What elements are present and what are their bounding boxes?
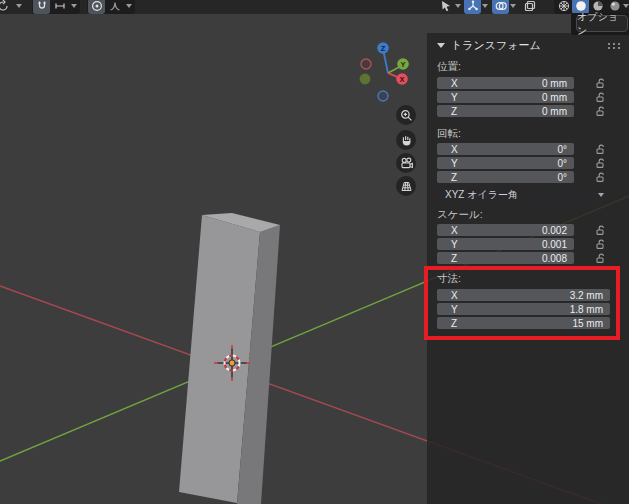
gizmo-x-label: X	[399, 75, 404, 84]
cuboid-object[interactable]	[179, 213, 280, 504]
show-overlays-icon[interactable]	[492, 0, 509, 14]
gizmo-y-label: Y	[400, 60, 405, 69]
proportional-editing-icon[interactable]	[88, 0, 105, 14]
location-y-lock-icon[interactable]	[592, 91, 608, 103]
shading-wireframe-icon[interactable]	[555, 0, 572, 14]
scale-y-row: Y 0.001	[437, 238, 629, 250]
location-rows: X 0 mm Y 0 mm Z 0 mm	[437, 77, 629, 117]
gizmos-chevron-icon[interactable]	[482, 4, 488, 8]
gizmo-neg-z-ball[interactable]	[378, 91, 388, 101]
dimensions-x-field[interactable]: X 3.2 mm	[437, 289, 610, 301]
show-gizmos-icon[interactable]	[464, 0, 481, 14]
dimensions-x-row: X 3.2 mm	[437, 289, 629, 301]
location-z-field[interactable]: Z 0 mm	[437, 105, 574, 117]
dimensions-z-field[interactable]: Z 15 mm	[437, 317, 610, 329]
gizmo-y-ball[interactable]: Y	[397, 58, 409, 70]
origin-dot-icon	[230, 361, 235, 366]
perspective-toggle-button[interactable]	[396, 176, 416, 196]
rotation-label: 回転:	[437, 127, 629, 140]
object-types-chevron-icon[interactable]	[455, 4, 461, 8]
dropdown-chevron-icon	[598, 193, 604, 197]
falloff-chevron-icon[interactable]	[126, 4, 132, 8]
pivot-chevron-icon[interactable]	[16, 4, 22, 8]
location-x-lock-icon[interactable]	[592, 77, 608, 89]
dimensions-z-row: Z 15 mm	[437, 317, 629, 329]
dimensions-label: 寸法:	[437, 272, 629, 285]
collapse-chevron-icon[interactable]	[437, 43, 445, 48]
scale-x-lock-icon[interactable]	[592, 224, 608, 236]
scale-label: スケール:	[437, 208, 629, 221]
gizmo-neg-x-ball[interactable]	[361, 59, 371, 69]
location-y-field[interactable]: Y 0 mm	[437, 91, 574, 103]
panel-header[interactable]: トランスフォーム	[437, 38, 629, 52]
grid-sphere-icon	[400, 180, 413, 193]
camera-icon	[400, 157, 413, 170]
scale-rows: X 0.002 Y 0.001 Z 0.008	[437, 224, 629, 264]
gizmo-neg-y-ball[interactable]	[360, 74, 371, 85]
toggle-xray-icon[interactable]	[521, 0, 538, 14]
hand-icon	[400, 134, 413, 147]
object-types-icon[interactable]	[437, 0, 454, 14]
dimensions-y-field[interactable]: Y 1.8 mm	[437, 303, 610, 315]
snap-increment-icon[interactable]	[51, 0, 68, 14]
panel-title: トランスフォーム	[451, 38, 541, 53]
rotation-z-field[interactable]: Z 0°	[437, 171, 574, 183]
scale-x-field[interactable]: X 0.002	[437, 224, 574, 236]
location-label: 位置:	[437, 60, 629, 73]
overlays-chevron-icon[interactable]	[510, 4, 516, 8]
rotation-y-lock-icon[interactable]	[592, 157, 608, 169]
scale-z-lock-icon[interactable]	[592, 252, 608, 264]
proportional-falloff-icon[interactable]	[106, 0, 123, 14]
gizmo-x-ball[interactable]: X	[396, 73, 408, 85]
location-y-row: Y 0 mm	[437, 91, 629, 103]
rotation-y-field[interactable]: Y 0°	[437, 157, 574, 169]
location-z-row: Z 0 mm	[437, 105, 629, 117]
scale-y-field[interactable]: Y 0.001	[437, 238, 574, 250]
blender-window: オプション Z Y X	[0, 0, 629, 504]
rotation-x-row: X 0°	[437, 143, 629, 155]
drag-grip-icon[interactable]	[607, 42, 621, 49]
scale-x-row: X 0.002	[437, 224, 629, 236]
location-x-field[interactable]: X 0 mm	[437, 77, 574, 89]
location-z-lock-icon[interactable]	[592, 105, 608, 117]
rotation-z-lock-icon[interactable]	[592, 171, 608, 183]
rotation-z-row: Z 0°	[437, 171, 629, 183]
pan-button[interactable]	[396, 130, 416, 150]
snap-chevron-icon[interactable]	[71, 4, 77, 8]
scale-z-row: Z 0.008	[437, 252, 629, 264]
zoom-button[interactable]	[396, 105, 416, 125]
gizmo-z-ball[interactable]: Z	[377, 42, 389, 54]
snap-magnet-icon[interactable]	[33, 0, 50, 14]
zoom-icon	[400, 109, 413, 122]
dimensions-y-row: Y 1.8 mm	[437, 303, 629, 315]
rotation-mode-dropdown[interactable]: XYZ オイラー角	[437, 188, 612, 202]
camera-view-button[interactable]	[396, 153, 416, 173]
rotation-y-row: Y 0°	[437, 157, 629, 169]
options-button[interactable]: オプション	[576, 15, 628, 32]
pivot-point-icon[interactable]	[0, 0, 11, 14]
dimensions-rows: X 3.2 mm Y 1.8 mm Z 15 mm	[437, 289, 629, 329]
scale-z-field[interactable]: Z 0.008	[437, 252, 574, 264]
viewport-header	[0, 0, 629, 14]
rotation-rows: X 0° Y 0° Z 0°	[437, 143, 629, 183]
transform-panel: トランスフォーム 位置: X 0 mm Y 0 mm	[427, 33, 629, 504]
navigation-gizmo[interactable]: Z Y X	[352, 36, 418, 102]
location-x-row: X 0 mm	[437, 77, 629, 89]
rotation-x-field[interactable]: X 0°	[437, 143, 574, 155]
scale-y-lock-icon[interactable]	[592, 238, 608, 250]
rotation-x-lock-icon[interactable]	[592, 143, 608, 155]
gizmo-z-label: Z	[381, 44, 386, 53]
shading-chevron-icon[interactable]	[623, 4, 629, 8]
